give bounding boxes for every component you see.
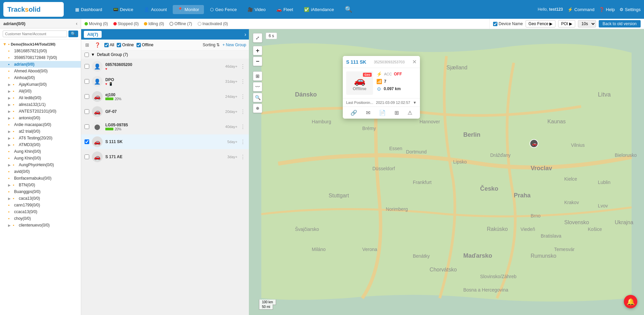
nav-fleet[interactable]: 🚗 Fleet [272,5,298,14]
tree-item-ali[interactable]: ▶ ▪ Ali(0/0) [0,88,81,94]
device-checkbox[interactable] [85,154,89,159]
tree-item-ahmed[interactable]: ▪ Ahmed Abood(0/0) [0,68,81,74]
monitor-icon: 📍 [177,7,183,12]
device-checkbox[interactable] [85,124,89,129]
device-name-checkbox[interactable] [493,22,497,26]
demo-expand-icon: ▼ [3,42,7,47]
tree-item-at6testing[interactable]: ▶ ▪ AT6 Testing(20/20) [0,135,81,141]
tree-item-at2trial[interactable]: ▶ ▪ at2 trial(0/0) [0,128,81,135]
demo-group-header[interactable]: ▼ ▪ Demo(Stock144/Total190) [0,41,81,48]
status-inactivated[interactable]: Inactivated (0) [198,21,228,26]
device-name-checkbox-label[interactable]: Device Name [493,21,523,26]
new-group-button[interactable]: + New Group [222,43,246,47]
tree-item-ccaca13[interactable]: ▪ ccaca13(0/0) [0,208,81,215]
tree-item-ali-iedib[interactable]: ▶ ▪ Ali Iedib(0/0) [0,94,81,101]
tree-item-bonfacemabuku[interactable]: ▪ Bonfacemabuku(0/0) [0,175,81,182]
poi-button[interactable]: POI ▶ [558,20,575,27]
device-checkbox[interactable] [85,79,89,84]
zoom-out-button[interactable]: − [253,57,262,66]
tree-item-35985708172[interactable]: ▪ 35985708172848 7(0/0) [0,54,81,61]
status-stopped[interactable]: Stopped (0) [113,21,139,26]
device-more-button[interactable]: ⋮ [240,139,246,145]
tree-item-clientenuevo[interactable]: ▶ ▪ clientenuevo(0/0) [0,222,81,229]
tree-item-atmd3[interactable]: ▶ ▪ ATMD3(0/0) [0,141,81,148]
device-checkbox[interactable] [85,109,89,114]
notification-bell-button[interactable]: 🔔 [624,295,637,308]
left-panel-toggle[interactable]: ‹ [76,21,77,26]
filter-all-checkbox[interactable] [104,43,109,47]
device-more-button[interactable]: ⋮ [240,154,246,160]
tree-item-aungphyo[interactable]: ▶ ▪ AungPhyoHein(0/0) [0,162,81,168]
help-icon-button[interactable]: ❓ [93,42,102,48]
customer-search-button[interactable]: 🔍 [68,30,78,37]
tree-item-avid[interactable]: ▪ avid(0/0) [0,168,81,175]
status-idling[interactable]: Idling (0) [144,21,164,26]
popup-warning-button[interactable]: ⚠ [406,109,414,117]
device-more-button[interactable]: ⋮ [240,78,246,85]
all-count-badge[interactable]: All(7) [84,31,102,38]
status-offline[interactable]: Offline (7) [169,21,192,26]
tree-item-caca13[interactable]: ▶ ▪ caca13(0/0) [0,195,81,202]
nav-search[interactable]: 🔍 [340,4,357,15]
nav-geofence[interactable]: ⬡ Geo Fence [205,5,241,14]
nav-device[interactable]: 📟 Device [108,5,138,14]
collapse-device-list-button[interactable]: › [245,32,246,38]
tree-item-antonio[interactable]: ▶ ▪ antonio(0/0) [0,115,81,121]
customer-search-input[interactable] [3,30,67,37]
tree-item-buanggps[interactable]: ▪ Buanggps(0/0) [0,188,81,195]
device-checkbox[interactable] [85,139,89,144]
device-checkbox[interactable] [85,64,89,69]
tree-item-18616857821[interactable]: ▪ 18616857821(0/0) [0,48,81,54]
command-btn[interactable]: ⚡ Command [568,7,594,12]
filter-offline[interactable]: Offline [137,43,153,47]
nav-iattendance[interactable]: ✅ iAttendance [299,5,339,14]
device-more-button[interactable]: ⋮ [240,124,246,130]
back-old-version-button[interactable]: Back to old version [599,20,641,27]
tree-item-antest[interactable]: ▶ ▪ ANTEST202101(0/0) [0,108,81,115]
tree-item-ajay[interactable]: ▶ ▪ AjayKumar(0/0) [0,81,81,88]
group-select-checkbox[interactable] [85,53,89,57]
settings-btn[interactable]: ⚙ Settings [620,7,641,12]
nav-monitor[interactable]: 📍 Monitor [173,5,204,14]
nav-dashboard[interactable]: ▦ Dashboard [70,5,107,14]
sorting-button[interactable]: Sorting ⇅ [203,43,220,47]
popup-close-button[interactable]: ✕ [412,59,417,65]
fullscreen-button[interactable]: ⤢ [253,33,262,43]
tree-item-adrian[interactable]: ▪ adrian(0/0) [0,61,81,68]
expand-icon-button[interactable]: ⊞ [84,42,91,48]
tree-item-cann1799[interactable]: ▪ cann1799(0/0) [0,202,81,208]
tree-item-ardie[interactable]: ▪ Ardie macaspac(0/0) [0,121,81,128]
geo-fence-button[interactable]: Geo Fence ▶ [526,20,555,27]
last-pos-expand-icon[interactable]: ▼ [413,101,417,105]
popup-link-button[interactable]: 🔗 [348,109,359,117]
device-more-button[interactable]: ⋮ [240,63,246,70]
tree-item-btn[interactable]: ▶ ▪ BTN(0/0) [0,182,81,188]
popup-grid-button[interactable]: ⊞ [392,109,401,117]
tree-item-alireza[interactable]: ▶ ▪ alireza132(1/1) [0,101,81,108]
logo-text: Tracksolid [7,6,41,13]
layers-button[interactable]: ⊞ [253,71,262,81]
svg-point-43 [530,139,538,147]
nav-video[interactable]: 🎥 Video [243,5,270,14]
nav-account[interactable]: 👤 Account [139,5,171,14]
zoom-in-button[interactable]: + [253,46,262,55]
filter-all[interactable]: All [104,43,114,47]
tree-item-ainhoa[interactable]: ▪ Ainhoa(0/0) [0,74,81,81]
device-checkbox[interactable] [85,94,89,99]
path-button[interactable]: 〰 [253,82,262,91]
tree-item-aung-khin[interactable]: ▪ Aung Khin(0/0) [0,148,81,155]
status-moving[interactable]: Moving (0) [85,21,108,26]
help-btn[interactable]: ❓ Help [599,7,615,12]
device-more-button[interactable]: ⋮ [240,93,246,100]
filter-online-checkbox[interactable] [117,43,121,47]
search-map-button[interactable]: 🔍 [253,93,262,102]
popup-doc-button[interactable]: 📄 [377,109,388,117]
interval-select[interactable]: 10s30s60s [578,20,596,27]
tree-item-choy[interactable]: ▪ choy(0/0) [0,215,81,222]
filter-online[interactable]: Online [117,43,134,47]
filter-offline-checkbox[interactable] [137,43,141,47]
popup-mail-button[interactable]: ✉ [364,109,372,117]
tree-item-aung-khin2[interactable]: ▪ Aung Khin(0/0) [0,155,81,162]
cluster-button[interactable]: ⊕ [253,104,262,113]
device-more-button[interactable]: ⋮ [240,109,246,115]
